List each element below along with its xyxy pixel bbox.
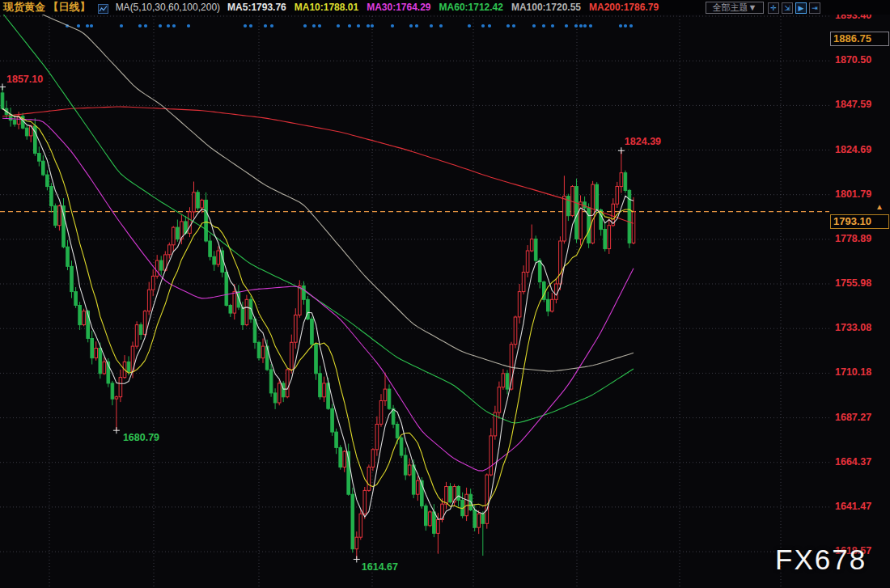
candle[interactable] <box>193 182 196 218</box>
candle[interactable] <box>42 155 45 176</box>
candle[interactable] <box>46 170 49 190</box>
candle[interactable] <box>257 341 261 361</box>
candle[interactable] <box>551 293 554 312</box>
candle[interactable] <box>261 339 265 363</box>
candle[interactable] <box>225 270 228 307</box>
candle[interactable] <box>205 192 208 243</box>
candle[interactable] <box>375 417 379 456</box>
candle[interactable] <box>449 483 452 503</box>
candle[interactable] <box>465 488 468 521</box>
candle[interactable] <box>514 315 517 348</box>
candle[interactable] <box>335 429 338 455</box>
candle[interactable] <box>379 394 383 427</box>
crosshair-icon[interactable]: ✛ <box>768 2 779 14</box>
candle[interactable] <box>269 364 273 397</box>
candle[interactable] <box>95 341 98 361</box>
candle[interactable] <box>624 171 627 193</box>
candle[interactable] <box>299 280 302 317</box>
auto-scroll-icon[interactable]: ▶ <box>795 2 807 14</box>
candle[interactable] <box>176 220 180 242</box>
candle[interactable] <box>425 504 428 531</box>
candle[interactable] <box>213 251 216 271</box>
candle[interactable] <box>583 197 587 210</box>
candle[interactable] <box>58 205 61 231</box>
theme-dropdown[interactable]: 全部主题▼ <box>706 2 764 14</box>
candle[interactable] <box>371 448 375 471</box>
candle[interactable] <box>168 243 172 259</box>
event-dots[interactable] <box>66 24 633 27</box>
candle[interactable] <box>229 304 232 317</box>
candle[interactable] <box>278 380 281 406</box>
candle[interactable] <box>339 445 342 469</box>
candle[interactable] <box>245 295 248 327</box>
candle[interactable] <box>408 459 411 476</box>
candle[interactable] <box>392 405 395 429</box>
pane-right-icon[interactable]: ⇥ <box>809 2 820 14</box>
candle[interactable] <box>273 388 277 409</box>
candle[interactable] <box>319 366 322 400</box>
candle[interactable] <box>66 240 70 270</box>
candle[interactable] <box>367 464 371 492</box>
candle[interactable] <box>91 331 94 365</box>
axis-scale-icon[interactable]: ⇲ <box>782 2 793 14</box>
candle[interactable] <box>78 302 82 330</box>
candle[interactable] <box>135 321 138 349</box>
candle[interactable] <box>119 370 122 402</box>
candle[interactable] <box>290 335 294 374</box>
candle[interactable] <box>530 225 533 252</box>
candle[interactable] <box>534 235 537 264</box>
candle[interactable] <box>147 282 150 315</box>
candle[interactable] <box>579 196 583 246</box>
candle[interactable] <box>282 381 285 402</box>
candle[interactable] <box>54 204 57 228</box>
candle[interactable] <box>201 199 204 214</box>
candle[interactable] <box>62 198 66 248</box>
candle[interactable] <box>620 150 623 192</box>
candle[interactable] <box>311 316 314 348</box>
candle[interactable] <box>404 447 407 480</box>
candle[interactable] <box>307 296 310 320</box>
candle[interactable] <box>197 190 200 210</box>
candle[interactable] <box>591 181 595 244</box>
candle[interactable] <box>429 510 432 527</box>
candle[interactable] <box>9 108 12 127</box>
candle[interactable] <box>543 281 546 302</box>
candle[interactable] <box>490 428 493 476</box>
candle[interactable] <box>616 182 619 208</box>
candle[interactable] <box>115 396 118 430</box>
candle[interactable] <box>123 355 126 379</box>
candle[interactable] <box>139 323 142 340</box>
candle[interactable] <box>575 179 578 243</box>
candle[interactable] <box>388 384 391 410</box>
candle[interactable] <box>103 357 106 375</box>
candle[interactable] <box>151 269 155 296</box>
candle[interactable] <box>83 309 86 327</box>
candle[interactable] <box>189 207 192 237</box>
candle[interactable] <box>159 256 163 275</box>
candlesticks[interactable] <box>1 87 635 559</box>
candle[interactable] <box>485 473 489 528</box>
price-chart[interactable]: 1857.101824.391680.791614.67 <box>0 0 890 588</box>
candle[interactable] <box>563 176 566 243</box>
candle[interactable] <box>384 373 387 406</box>
candle[interactable] <box>286 368 289 398</box>
candle[interactable] <box>323 377 326 403</box>
candle[interactable] <box>155 255 159 279</box>
candle[interactable] <box>522 265 525 294</box>
candle[interactable] <box>331 404 334 436</box>
candle[interactable] <box>295 308 298 349</box>
candle[interactable] <box>355 531 358 559</box>
candle[interactable] <box>172 226 176 252</box>
candle[interactable] <box>494 406 497 440</box>
candle[interactable] <box>477 510 481 534</box>
candle[interactable] <box>1 87 4 109</box>
candle[interactable] <box>587 203 591 247</box>
candle[interactable] <box>351 488 354 553</box>
candle[interactable] <box>209 235 212 260</box>
candle[interactable] <box>25 125 28 139</box>
candle[interactable] <box>632 197 635 244</box>
candle[interactable] <box>315 343 318 380</box>
candle[interactable] <box>461 493 464 518</box>
candle[interactable] <box>343 451 346 472</box>
candle[interactable] <box>70 260 74 298</box>
